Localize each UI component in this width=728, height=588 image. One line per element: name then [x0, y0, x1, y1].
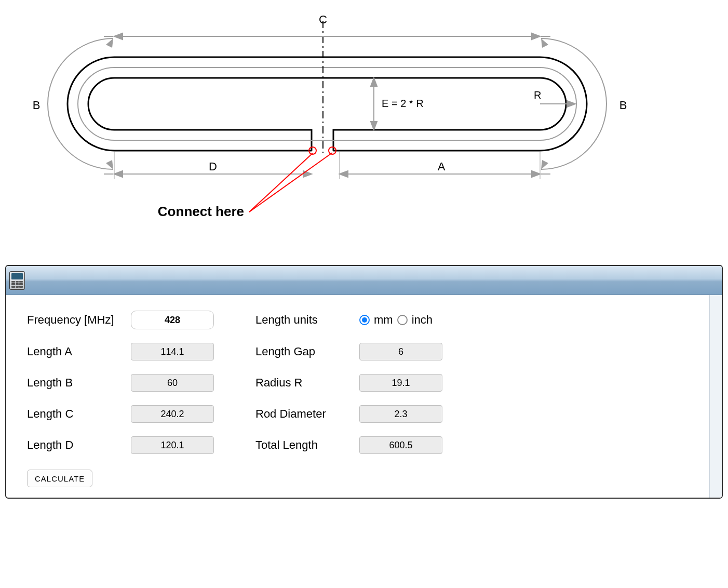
- calculate-button[interactable]: CALCULATE: [27, 470, 92, 487]
- svg-marker-16: [340, 171, 348, 177]
- panel-scroll-gutter[interactable]: [709, 295, 722, 498]
- frequency-input[interactable]: 428: [131, 311, 214, 329]
- rod-label: Rod Diameter: [255, 407, 359, 421]
- dim-label-e: E = 2 * R: [382, 98, 424, 109]
- length-d-label: Length D: [27, 438, 131, 452]
- units-label: Length units: [255, 313, 359, 327]
- svg-marker-7: [106, 160, 113, 169]
- svg-marker-8: [541, 38, 548, 48]
- svg-marker-25: [567, 101, 575, 107]
- gap-label: Length Gap: [255, 345, 359, 358]
- length-a-label: Length A: [27, 345, 131, 358]
- radio-mm[interactable]: [359, 315, 370, 325]
- length-b-output: 60: [131, 374, 214, 392]
- dim-label-a: A: [438, 160, 446, 173]
- svg-line-28: [249, 153, 313, 212]
- radio-mm-label: mm: [374, 313, 393, 327]
- svg-marker-3: [532, 33, 540, 39]
- dipole-diagram: C B B D A: [0, 0, 728, 244]
- dim-label-b-left: B: [33, 99, 41, 112]
- length-d-output: 120.1: [131, 436, 214, 454]
- radius-label: Radius R: [255, 376, 359, 390]
- svg-marker-9: [541, 160, 548, 169]
- frequency-label: Frequency [MHz]: [27, 313, 131, 327]
- length-c-label: Length C: [27, 407, 131, 421]
- dim-label-d: D: [209, 160, 217, 173]
- dim-label-r: R: [534, 89, 541, 101]
- dim-label-b-right: B: [619, 99, 627, 112]
- total-output: 600.5: [359, 436, 442, 454]
- calculator-icon: [9, 271, 25, 290]
- svg-marker-22: [371, 78, 377, 86]
- gap-output: 6: [359, 343, 442, 360]
- svg-marker-17: [532, 171, 540, 177]
- radius-output: 19.1: [359, 374, 442, 392]
- svg-marker-2: [114, 33, 123, 39]
- svg-marker-23: [371, 122, 377, 130]
- rod-output: 2.3: [359, 405, 442, 423]
- svg-marker-6: [106, 38, 113, 48]
- panel-titlebar: [6, 266, 722, 295]
- length-a-output: 114.1: [131, 343, 214, 360]
- total-label: Total Length: [255, 438, 359, 452]
- svg-line-29: [249, 153, 332, 212]
- length-c-output: 240.2: [131, 405, 214, 423]
- svg-marker-12: [303, 171, 312, 177]
- dim-label-c: C: [319, 13, 327, 26]
- calculator-panel: Frequency [MHz] 428 Length units mm inch…: [5, 265, 723, 499]
- connect-here-label: Connect here: [158, 204, 244, 219]
- length-b-label: Length B: [27, 376, 131, 390]
- calculator-form: Frequency [MHz] 428 Length units mm inch…: [6, 295, 709, 498]
- radio-inch-label: inch: [412, 313, 433, 327]
- units-radio-group: mm inch: [359, 313, 699, 327]
- svg-marker-11: [114, 171, 123, 177]
- radio-inch[interactable]: [397, 315, 408, 325]
